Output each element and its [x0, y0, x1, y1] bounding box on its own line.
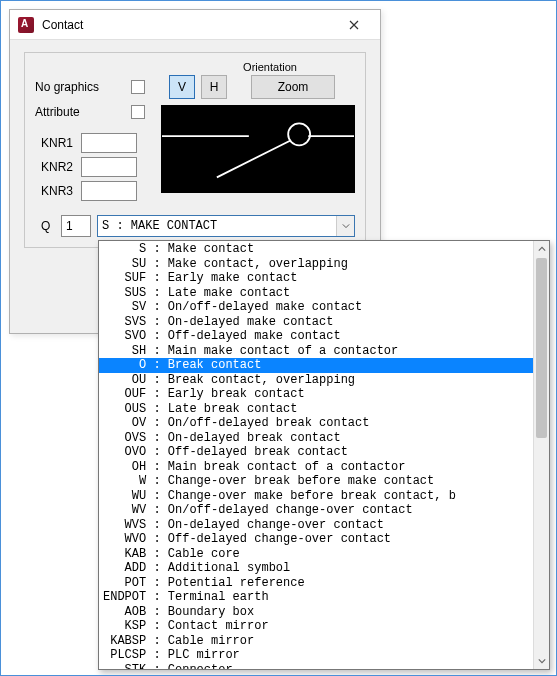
dropdown-item[interactable]: SVO : Off-delayed make contact: [99, 329, 533, 344]
dropdown-item[interactable]: WU : Change-over make before break conta…: [99, 489, 533, 504]
main-panel: Orientation No graphics V H Zoom Attribu…: [24, 52, 366, 248]
svg-line-3: [217, 141, 290, 178]
q-input[interactable]: [61, 215, 91, 237]
dropdown-item[interactable]: STK : Connector: [99, 663, 533, 671]
dropdown-item[interactable]: KAB : Cable core: [99, 547, 533, 562]
titlebar: Contact: [10, 10, 380, 40]
dropdown-item[interactable]: PLCSP : PLC mirror: [99, 648, 533, 663]
knr2-input[interactable]: [81, 157, 137, 177]
attribute-row: Attribute: [35, 105, 145, 119]
dropdown-items: S : Make contact SU : Make contact, over…: [99, 241, 533, 669]
knr2-row: KNR2: [35, 157, 145, 177]
combobox-arrow[interactable]: [336, 216, 354, 236]
dropdown-item[interactable]: OVO : Off-delayed break contact: [99, 445, 533, 460]
dropdown-item[interactable]: SU : Make contact, overlapping: [99, 257, 533, 272]
attribute-checkbox[interactable]: [131, 105, 145, 119]
dropdown-item[interactable]: OV : On/off-delayed break contact: [99, 416, 533, 431]
dropdown-item[interactable]: OH : Main break contact of a contactor: [99, 460, 533, 475]
app-icon: [18, 17, 34, 33]
top-row: No graphics V H Zoom: [35, 75, 355, 99]
zoom-button[interactable]: Zoom: [251, 75, 335, 99]
knr3-input[interactable]: [81, 181, 137, 201]
dropdown-item[interactable]: OVS : On-delayed break contact: [99, 431, 533, 446]
dropdown-scrollbar[interactable]: [533, 241, 549, 669]
chevron-down-icon: [342, 222, 350, 230]
dropdown-item[interactable]: SV : On/off-delayed make contact: [99, 300, 533, 315]
scrollbar-thumb[interactable]: [536, 258, 547, 438]
dropdown-item[interactable]: ENDPOT : Terminal earth: [99, 590, 533, 605]
type-dropdown-list[interactable]: S : Make contact SU : Make contact, over…: [98, 240, 550, 670]
dropdown-item[interactable]: WVS : On-delayed change-over contact: [99, 518, 533, 533]
dropdown-item[interactable]: OU : Break contact, overlapping: [99, 373, 533, 388]
chevron-up-icon: [538, 245, 546, 253]
svg-point-2: [288, 123, 310, 145]
knr2-label: KNR2: [35, 160, 81, 174]
dropdown-item[interactable]: SUF : Early make contact: [99, 271, 533, 286]
dropdown-item[interactable]: WVO : Off-delayed change-over contact: [99, 532, 533, 547]
close-button[interactable]: [334, 12, 374, 38]
no-graphics-checkbox[interactable]: [131, 80, 145, 94]
knr1-row: KNR1: [35, 133, 145, 153]
dropdown-item[interactable]: O : Break contact: [99, 358, 533, 373]
q-label: Q: [35, 219, 55, 233]
dropdown-item[interactable]: SUS : Late make contact: [99, 286, 533, 301]
dropdown-item[interactable]: OUF : Early break contact: [99, 387, 533, 402]
knr3-row: KNR3: [35, 181, 145, 201]
scroll-down-button[interactable]: [534, 653, 549, 669]
dropdown-item[interactable]: W : Change-over break before make contac…: [99, 474, 533, 489]
orientation-label: Orientation: [185, 61, 355, 73]
dropdown-item[interactable]: KSP : Contact mirror: [99, 619, 533, 634]
no-graphics-label: No graphics: [35, 80, 125, 94]
dropdown-item[interactable]: ADD : Additional symbol: [99, 561, 533, 576]
type-combobox-value: S : MAKE CONTACT: [102, 219, 217, 233]
mid-row: Attribute KNR1 KNR2 KNR3: [35, 105, 355, 205]
dropdown-item[interactable]: AOB : Boundary box: [99, 605, 533, 620]
window-title: Contact: [42, 18, 334, 32]
knr3-label: KNR3: [35, 184, 81, 198]
attribute-label: Attribute: [35, 105, 80, 119]
dropdown-item[interactable]: OUS : Late break contact: [99, 402, 533, 417]
close-icon: [349, 20, 359, 30]
dropdown-item[interactable]: WV : On/off-delayed change-over contact: [99, 503, 533, 518]
dropdown-item[interactable]: POT : Potential reference: [99, 576, 533, 591]
dropdown-item[interactable]: SH : Main make contact of a contactor: [99, 344, 533, 359]
knr1-label: KNR1: [35, 136, 81, 150]
knr1-input[interactable]: [81, 133, 137, 153]
scroll-up-button[interactable]: [534, 241, 549, 257]
chevron-down-icon: [538, 657, 546, 665]
dropdown-item[interactable]: S : Make contact: [99, 242, 533, 257]
q-row: Q S : MAKE CONTACT: [35, 215, 355, 237]
type-combobox[interactable]: S : MAKE CONTACT: [97, 215, 355, 237]
contact-symbol-icon: [162, 106, 354, 192]
dropdown-item[interactable]: SVS : On-delayed make contact: [99, 315, 533, 330]
symbol-preview: [161, 105, 355, 193]
dropdown-item[interactable]: KABSP : Cable mirror: [99, 634, 533, 649]
attribute-column: Attribute KNR1 KNR2 KNR3: [35, 105, 145, 205]
orientation-v-button[interactable]: V: [169, 75, 195, 99]
orientation-h-button[interactable]: H: [201, 75, 227, 99]
